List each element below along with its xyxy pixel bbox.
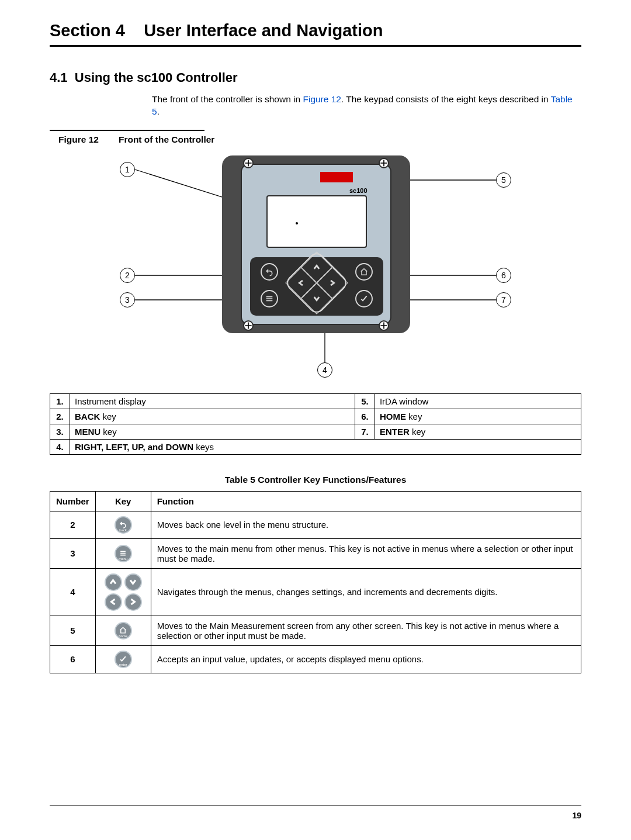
legend-label: ENTER key — [375, 424, 581, 439]
screw-icon — [243, 320, 254, 331]
legend-label: IrDA window — [375, 393, 581, 409]
intro-text: . — [157, 106, 160, 116]
table-row: 5 home Moves to the Main Measurement scr… — [50, 616, 581, 645]
row-key-icon: home — [95, 616, 151, 645]
screw-icon — [379, 320, 389, 331]
col-number-header: Number — [50, 491, 96, 511]
intro-text: . The keypad consists of the eight keys … — [341, 94, 551, 104]
col-function-header: Function — [151, 491, 581, 511]
intro-paragraph: The front of the controller is shown in … — [152, 94, 581, 118]
footer-rule — [50, 806, 581, 806]
figure-reference-link[interactable]: Figure 12 — [303, 94, 341, 104]
row-number: 4 — [50, 568, 96, 616]
device-brand-label: sc100 — [349, 187, 367, 194]
callout-2: 2 — [120, 268, 135, 283]
direction-pad — [283, 250, 349, 316]
page-number: 19 — [572, 811, 581, 820]
intro-text: The front of the controller is shown in — [152, 94, 303, 104]
figure-caption: Front of the Controller — [119, 134, 214, 145]
divider — [50, 45, 581, 47]
back-key-icon — [261, 263, 278, 281]
legend-num: 4. — [50, 439, 70, 454]
back-key-icon: back — [115, 516, 132, 534]
callout-1: 1 — [120, 162, 135, 177]
home-key-icon — [355, 263, 373, 281]
row-function: Moves to the Main Measurement screen fro… — [151, 616, 581, 645]
figure-legend-table: 1. Instrument display 5. IrDA window 2. … — [50, 393, 581, 455]
legend-num: 6. — [355, 409, 375, 424]
legend-num: 7. — [355, 424, 375, 439]
left-key-icon — [105, 593, 122, 611]
figure-title: Front of the Controller — [119, 134, 214, 144]
row-function: Moves back one level in the menu structu… — [151, 511, 581, 538]
page: Section 4 User Interface and Navigation … — [0, 0, 631, 840]
enter-key-icon: enter — [115, 651, 132, 668]
row-key-icon: enter — [95, 645, 151, 673]
row-function: Navigates through the menus, changes set… — [151, 568, 581, 616]
legend-label: RIGHT, LEFT, UP, and DOWN keys — [70, 439, 581, 454]
callout-3: 3 — [120, 292, 135, 307]
irda-window — [320, 172, 353, 182]
callout-6: 6 — [496, 268, 511, 283]
callout-4: 4 — [317, 362, 332, 378]
up-key-icon — [105, 573, 122, 591]
legend-label: MENU key — [70, 424, 355, 439]
legend-num: 1. — [50, 393, 70, 409]
subsection-heading: Using the sc100 Controller — [75, 70, 238, 85]
callout-5: 5 — [496, 172, 511, 188]
keypad — [250, 257, 383, 316]
legend-label: Instrument display — [70, 393, 355, 409]
table-row: 6 enter Accepts an input value, updates,… — [50, 645, 581, 673]
row-key-icon: menu — [95, 538, 151, 568]
table-row: 4 Navigates through the menus, changes s… — [50, 568, 581, 616]
row-number: 6 — [50, 645, 96, 673]
row-key-icon: back — [95, 511, 151, 538]
col-key-header: Key — [95, 491, 151, 511]
section-label: Section 4 — [50, 21, 125, 40]
subsection-num: 4.1 — [50, 70, 68, 85]
instrument-display — [266, 195, 367, 248]
row-function: Accepts an input value, updates, or acce… — [151, 645, 581, 673]
section-heading: User Interface and Navigation — [144, 21, 383, 40]
legend-label: BACK key — [70, 409, 355, 424]
figure-controller: 1 2 3 4 5 6 7 sc100 — [79, 155, 552, 386]
figure-rule — [50, 130, 204, 131]
table-row: 3 menu Moves to the main menu from other… — [50, 538, 581, 568]
screw-icon — [243, 158, 254, 168]
legend-num: 3. — [50, 424, 70, 439]
callout-7: 7 — [496, 292, 511, 307]
row-function: Moves to the main menu from other menus.… — [151, 538, 581, 568]
row-number: 2 — [50, 511, 96, 538]
table-row: 2 back Moves back one level in the menu … — [50, 511, 581, 538]
subsection-title: 4.1 Using the sc100 Controller — [50, 70, 581, 85]
legend-num: 5. — [355, 393, 375, 409]
home-key-icon: home — [115, 622, 132, 639]
menu-key-icon: menu — [115, 545, 132, 562]
menu-key-icon — [261, 290, 278, 307]
enter-key-icon — [355, 290, 373, 307]
controller-illustration: sc100 — [222, 155, 410, 333]
screw-icon — [379, 158, 389, 168]
row-number: 3 — [50, 538, 96, 568]
figure-caption: Figure 12 — [50, 134, 99, 145]
table-caption: Table 5 Controller Key Functions/Feature… — [50, 475, 581, 485]
legend-label: HOME key — [375, 409, 581, 424]
right-key-icon — [124, 593, 142, 611]
row-number: 5 — [50, 616, 96, 645]
figure-number: Figure 12 — [58, 134, 99, 144]
row-key-icon — [95, 568, 151, 616]
legend-num: 2. — [50, 409, 70, 424]
key-functions-table: Number Key Function 2 back Moves back on… — [50, 491, 581, 673]
down-key-icon — [124, 573, 142, 591]
section-title: Section 4 User Interface and Navigation — [50, 21, 581, 40]
